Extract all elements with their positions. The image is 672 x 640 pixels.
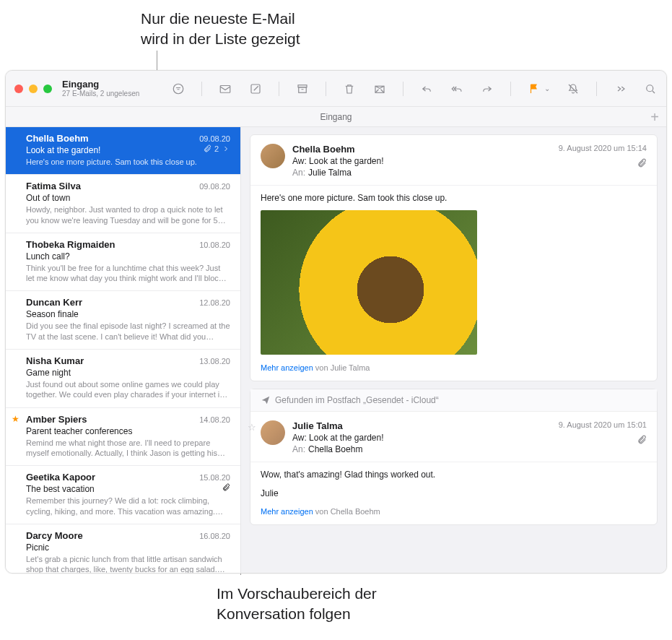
subject-line: Aw: Look at the garden! bbox=[292, 156, 647, 166]
annotation-top: Nur die neueste E-Mail wird in der Liste… bbox=[141, 9, 300, 50]
search-icon[interactable] bbox=[643, 82, 658, 95]
message-from: Chella Boehm bbox=[26, 133, 89, 144]
toolbar-separator bbox=[279, 82, 279, 96]
compose-icon[interactable] bbox=[248, 82, 263, 95]
close-button[interactable] bbox=[14, 85, 23, 93]
reply-all-icon[interactable] bbox=[450, 82, 464, 95]
found-in-text: Gefunden im Postfach „Gesendet - iCloud“ bbox=[275, 395, 439, 405]
message-header: Chella BoehmAw: Look at the garden!An:Ju… bbox=[250, 135, 657, 186]
svg-rect-1 bbox=[220, 85, 230, 92]
message-from: Fatima Silva bbox=[26, 181, 81, 191]
chevron-down-icon[interactable]: ⌄ bbox=[544, 85, 550, 92]
message-date: 16.08.20 bbox=[199, 532, 230, 540]
conversation-card[interactable]: Chella BoehmAw: Look at the garden!An:Ju… bbox=[250, 134, 658, 381]
message-subject: Parent teacher conferences bbox=[26, 426, 132, 436]
reply-icon[interactable] bbox=[419, 82, 434, 95]
svg-rect-4 bbox=[299, 87, 307, 92]
message-subject: Lunch call? bbox=[26, 251, 70, 261]
message-row[interactable]: Darcy Moore16.08.20PicnicLet's grab a pi… bbox=[6, 524, 240, 574]
message-subject: Season finale bbox=[26, 309, 79, 319]
signature: Julie bbox=[261, 488, 647, 498]
message-from: Nisha Kumar bbox=[26, 355, 84, 366]
message-row[interactable]: Fatima Silva09.08.20Out of townHowdy, ne… bbox=[6, 175, 240, 233]
body-text: Wow, that's amazing! Glad things worked … bbox=[261, 470, 647, 480]
message-row[interactable]: Geetika Kapoor15.08.20The best vacationR… bbox=[6, 466, 240, 524]
message-from: Duncan Kerr bbox=[26, 297, 82, 308]
filter-icon[interactable] bbox=[171, 82, 186, 95]
message-date: 15.08.20 bbox=[199, 473, 230, 482]
show-more-link[interactable]: Mehr anzeigen von Chella Boehm bbox=[261, 507, 647, 516]
attached-image[interactable] bbox=[261, 210, 477, 355]
more-by: von Chella Boehm bbox=[315, 507, 380, 516]
message-date: 12.08.20 bbox=[199, 298, 230, 307]
message-subject: Picnic bbox=[26, 542, 49, 553]
avatar bbox=[261, 144, 285, 168]
message-row[interactable]: Thobeka Rigmaiden10.08.20Lunch call?Thin… bbox=[6, 233, 240, 292]
avatar bbox=[261, 420, 285, 445]
message-preview: Just found out about some online games w… bbox=[26, 379, 230, 400]
message-from: Geetika Kapoor bbox=[26, 472, 95, 483]
message-body: Wow, that's amazing! Glad things worked … bbox=[250, 462, 657, 524]
conversation-card[interactable]: Gefunden im Postfach „Gesendet - iCloud“… bbox=[250, 389, 658, 525]
to-line: An:Chella Boehm bbox=[292, 444, 647, 454]
message-preview: Did you see the final episode last night… bbox=[26, 321, 230, 342]
archive-icon[interactable] bbox=[295, 82, 310, 95]
tab-inbox[interactable]: Eingang bbox=[320, 112, 352, 122]
mail-window: Eingang 27 E-Mails, 2 ungelesen ⌄ bbox=[5, 70, 667, 574]
mute-icon[interactable] bbox=[566, 82, 580, 95]
message-row[interactable]: Nisha Kumar13.08.20Game nightJust found … bbox=[6, 350, 240, 408]
message-preview: Let's grab a picnic lunch from that litt… bbox=[26, 554, 230, 574]
minimize-button[interactable] bbox=[29, 85, 38, 93]
more-label: Mehr anzeigen bbox=[261, 507, 313, 516]
mailbox-title: Eingang bbox=[62, 79, 139, 90]
message-list[interactable]: Chella Boehm09.08.20Look at the garden! … bbox=[6, 127, 241, 574]
show-more-link[interactable]: Mehr anzeigen von Julie Talma bbox=[261, 363, 647, 372]
svg-point-6 bbox=[647, 85, 653, 91]
message-date: 10.08.20 bbox=[199, 241, 230, 249]
junk-icon[interactable] bbox=[372, 82, 387, 95]
window-controls bbox=[14, 85, 52, 93]
chevron-icon bbox=[222, 144, 230, 153]
message-from: Darcy Moore bbox=[26, 530, 83, 541]
more-by: von Julie Talma bbox=[315, 363, 370, 372]
recipient: Julie Talma bbox=[308, 168, 352, 178]
forward-icon[interactable] bbox=[480, 82, 494, 95]
toolbar-separator bbox=[201, 82, 202, 96]
trash-icon[interactable] bbox=[342, 82, 357, 95]
mailbox-status: 27 E-Mails, 2 ungelesen bbox=[62, 90, 139, 98]
flag-button[interactable]: ⌄ bbox=[527, 82, 550, 95]
message-row[interactable]: Chella Boehm09.08.20Look at the garden! … bbox=[6, 127, 240, 175]
tab-bar: Eingang + bbox=[6, 107, 666, 127]
star-outline-icon[interactable]: ☆ bbox=[248, 422, 256, 433]
message-subject: The best vacation bbox=[26, 484, 95, 494]
get-mail-icon[interactable] bbox=[218, 82, 232, 95]
annotation-text: wird in der Liste gezeigt bbox=[141, 29, 300, 49]
message-datetime: 9. August 2020 um 15:14 bbox=[559, 144, 647, 152]
flag-icon bbox=[527, 82, 541, 95]
to-line: An:Julie Talma bbox=[292, 168, 647, 178]
subject-line: Aw: Look at the garden! bbox=[292, 433, 647, 443]
body-text: Here's one more picture. Sam took this c… bbox=[261, 193, 647, 203]
annotation-text: Im Vorschaubereich der bbox=[217, 585, 377, 602]
message-body: Here's one more picture. Sam took this c… bbox=[250, 186, 657, 381]
message-row[interactable]: Duncan Kerr12.08.20Season finaleDid you … bbox=[6, 291, 240, 350]
annotation-bottom: Im Vorschaubereich der Konversation folg… bbox=[217, 584, 377, 625]
message-preview: Remind me what night those are. I'll nee… bbox=[26, 438, 230, 459]
preview-pane[interactable]: Chella BoehmAw: Look at the garden!An:Ju… bbox=[241, 127, 666, 574]
annotation-text: Nur die neueste E-Mail bbox=[141, 10, 295, 27]
attachment-icon bbox=[222, 483, 230, 492]
add-tab-button[interactable]: + bbox=[650, 109, 659, 126]
more-label: Mehr anzeigen bbox=[261, 363, 313, 372]
toolbar-separator bbox=[403, 82, 403, 96]
message-row[interactable]: ★Amber Spiers14.08.20Parent teacher conf… bbox=[6, 408, 240, 467]
toolbar-separator bbox=[596, 82, 597, 96]
message-from: Amber Spiers bbox=[26, 414, 87, 425]
message-subject: Look at the garden! bbox=[26, 145, 100, 155]
message-preview: Here's one more picture. Sam took this c… bbox=[26, 157, 230, 167]
message-header: ☆Julie TalmaAw: Look at the garden!An:Ch… bbox=[250, 412, 657, 462]
attachment-icon bbox=[637, 158, 647, 168]
more-icon[interactable] bbox=[613, 82, 627, 95]
sent-icon bbox=[261, 395, 271, 405]
message-date: 09.08.20 bbox=[199, 134, 230, 143]
maximize-button[interactable] bbox=[43, 85, 52, 93]
